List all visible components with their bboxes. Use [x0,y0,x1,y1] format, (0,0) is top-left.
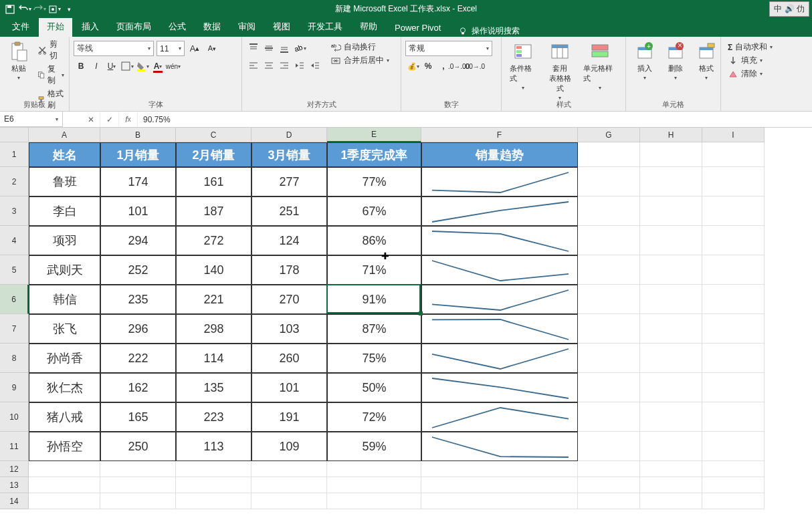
font-color-button[interactable]: A▾ [150,59,165,74]
cell-E8[interactable]: 75% [327,344,421,373]
cell-I7[interactable] [702,314,765,344]
cell-B10[interactable]: 165 [100,402,176,432]
cell-F11[interactable] [421,432,578,461]
tab-开发工具[interactable]: 开发工具 [300,17,350,37]
cell-H9[interactable] [640,373,702,402]
row-header-1[interactable]: 1 [0,142,29,167]
tab-文件[interactable]: 文件 [4,17,37,37]
cell-A13[interactable] [29,477,100,493]
cell-A6[interactable]: 韩信 [29,285,100,314]
format-cells-button[interactable]: 格式▾ [692,38,721,84]
merge-center-button[interactable]: 合并后居中▾ [328,54,392,67]
tell-me-search[interactable]: 操作说明搜索 [450,25,528,37]
cell-F1[interactable]: 销量趋势 [421,142,578,167]
cell-C2[interactable]: 161 [176,167,251,196]
cell-F13[interactable] [421,477,578,493]
row-header-4[interactable]: 4 [0,226,29,255]
increase-indent-button[interactable] [308,58,322,73]
cell-I2[interactable] [702,167,765,196]
cell-G1[interactable] [578,142,640,167]
cell-B8[interactable]: 222 [100,344,176,373]
cell-I9[interactable] [702,373,765,402]
tab-帮助[interactable]: 帮助 [352,17,385,37]
font-name-combo[interactable]: 等线▾ [74,41,154,56]
align-top-button[interactable] [246,41,261,55]
copy-button[interactable]: 复制▾ [35,63,67,87]
cell-C4[interactable]: 272 [176,226,251,255]
cancel-formula-button[interactable]: ✕ [82,112,100,127]
cell-F2[interactable] [421,167,578,196]
italic-button[interactable]: I [89,59,104,74]
cell-E2[interactable]: 77% [327,167,421,196]
cell-I3[interactable] [702,196,765,226]
tab-页面布局[interactable]: 页面布局 [108,17,159,37]
cell-H13[interactable] [640,477,702,493]
col-header-E[interactable]: E [327,128,421,142]
cell-G12[interactable] [578,461,640,477]
underline-button[interactable]: U▾ [104,59,119,74]
cell-I11[interactable] [702,432,765,461]
cell-A8[interactable]: 孙尚香 [29,344,100,373]
orientation-button[interactable]: ab▾ [292,41,307,55]
cell-F4[interactable] [421,226,578,255]
cell-C7[interactable]: 298 [176,314,251,344]
cell-G8[interactable] [578,344,640,373]
row-header-7[interactable]: 7 [0,314,29,344]
cell-I13[interactable] [702,477,765,493]
bold-button[interactable]: B [74,59,88,74]
tab-视图[interactable]: 视图 [265,17,298,37]
cell-H7[interactable] [640,314,702,344]
cell-A9[interactable]: 狄仁杰 [29,373,100,402]
cell-H6[interactable] [640,285,702,314]
fill-color-button[interactable]: ▾ [135,59,150,74]
cell-G5[interactable] [578,255,640,285]
align-center-button[interactable] [262,58,276,73]
cell-B5[interactable]: 252 [100,255,176,285]
cell-B4[interactable]: 294 [100,226,176,255]
cell-D6[interactable]: 270 [251,285,327,314]
autosum-button[interactable]: Σ自动求和▾ [725,41,775,53]
cell-E1[interactable]: 1季度完成率 [327,142,421,167]
row-header-8[interactable]: 8 [0,344,29,373]
cell-B14[interactable] [100,493,176,509]
cell-A11[interactable]: 孙悟空 [29,432,100,461]
cell-D12[interactable] [251,461,327,477]
cell-A14[interactable] [29,493,100,509]
cell-B3[interactable]: 101 [100,196,176,226]
insert-cells-button[interactable]: +插入▾ [630,38,659,84]
qat-redo[interactable]: ▾ [32,2,47,17]
cell-H3[interactable] [640,196,702,226]
cell-E3[interactable]: 67% [327,196,421,226]
cell-C1[interactable]: 2月销量 [176,142,251,167]
col-header-I[interactable]: I [702,128,765,142]
cell-E7[interactable]: 87% [327,314,421,344]
cell-G11[interactable] [578,432,640,461]
cell-G14[interactable] [578,493,640,509]
decrease-font-button[interactable]: A▾ [205,41,219,55]
cell-G7[interactable] [578,314,640,344]
cell-I1[interactable] [702,142,765,167]
cell-E6[interactable]: 91% [327,285,421,314]
tab-插入[interactable]: 插入 [74,17,107,37]
cell-H12[interactable] [640,461,702,477]
cut-button[interactable]: 剪切 [35,38,67,62]
cell-H1[interactable] [640,142,702,167]
cell-F14[interactable] [421,493,578,509]
col-header-B[interactable]: B [100,128,176,142]
wrap-text-button[interactable]: ab自动换行 [328,41,392,53]
cell-E11[interactable]: 59% [327,432,421,461]
cell-H8[interactable] [640,344,702,373]
select-all-corner[interactable] [0,128,29,142]
col-header-D[interactable]: D [251,128,327,142]
row-header-14[interactable]: 14 [0,493,29,509]
col-header-F[interactable]: F [421,128,578,142]
qat-undo[interactable]: ▾ [17,2,32,17]
tab-公式[interactable]: 公式 [161,17,194,37]
cell-D10[interactable]: 191 [251,402,327,432]
cell-C11[interactable]: 113 [176,432,251,461]
enter-formula-button[interactable]: ✓ [100,112,119,127]
qat-customize[interactable]: ▾ [62,2,76,17]
name-box[interactable]: E6▾ [0,112,63,127]
percent-format-button[interactable]: % [421,59,435,74]
col-header-C[interactable]: C [176,128,251,142]
